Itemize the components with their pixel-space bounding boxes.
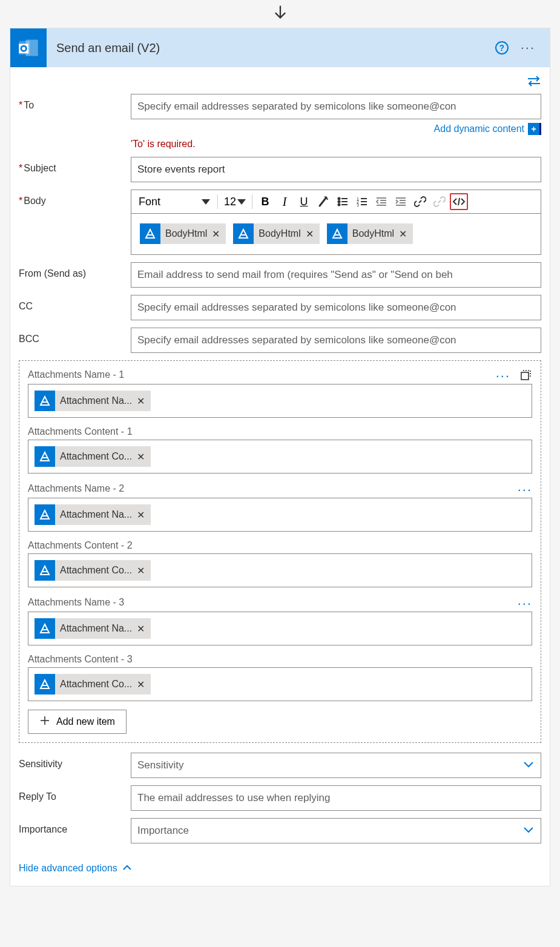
remove-token-icon[interactable]: ✕ xyxy=(137,565,151,576)
chevron-down-icon xyxy=(522,825,535,837)
flow-token-icon xyxy=(233,223,254,244)
add-dynamic-content-link[interactable]: Add dynamic content xyxy=(434,124,524,134)
card-menu-button[interactable]: ··· xyxy=(521,40,535,56)
sensitivity-select[interactable]: Sensitivity xyxy=(131,753,541,778)
underline-button[interactable]: U xyxy=(295,193,313,210)
svg-point-12 xyxy=(338,204,340,206)
subject-input[interactable] xyxy=(131,157,541,182)
attachment-content-1-input[interactable]: Attachment Co... ✕ xyxy=(28,440,532,474)
attachments-section: Attachments Name - 1 ··· Attachment Na..… xyxy=(19,360,541,743)
body-label: Body xyxy=(19,190,131,206)
numbered-list-button[interactable]: 123 xyxy=(353,193,371,210)
action-card: Send an email (V2) ? ··· To Add dynamic … xyxy=(10,28,550,886)
remove-token-icon[interactable]: ✕ xyxy=(212,228,226,240)
attachment-name-2-input[interactable]: Attachment Na... ✕ xyxy=(28,498,532,532)
attachment-token: Attachment Na... ✕ xyxy=(35,504,151,525)
chevron-down-icon xyxy=(522,759,535,771)
attachment-item-menu[interactable]: ··· xyxy=(518,482,532,498)
reply-to-input[interactable] xyxy=(131,785,541,811)
swap-icon[interactable] xyxy=(527,76,541,89)
from-input[interactable] xyxy=(131,262,541,288)
dynamic-content-badge-icon[interactable]: + xyxy=(528,123,541,135)
attachment-content-2-label: Attachments Content - 2 xyxy=(28,540,532,553)
add-new-item-button[interactable]: Add new item xyxy=(28,710,127,734)
svg-text:3: 3 xyxy=(357,203,359,207)
svg-point-5 xyxy=(22,47,25,50)
bcc-label: BCC xyxy=(19,328,131,345)
attachment-token: Attachment Co... ✕ xyxy=(35,674,151,695)
flow-token-icon xyxy=(35,391,55,411)
flow-token-icon xyxy=(35,560,55,581)
svg-point-10 xyxy=(338,201,340,203)
remove-token-icon[interactable]: ✕ xyxy=(137,451,151,463)
rich-text-toolbar: Font 12 B I U 123 xyxy=(131,190,541,214)
flow-arrow xyxy=(0,0,560,23)
svg-point-8 xyxy=(338,198,340,200)
font-select[interactable]: Font xyxy=(135,193,214,210)
attachment-name-3-input[interactable]: Attachment Na... ✕ xyxy=(28,612,532,645)
to-label: To xyxy=(19,94,131,111)
flow-token-icon xyxy=(35,446,55,467)
font-color-button[interactable] xyxy=(314,193,332,210)
attachment-token: Attachment Co... ✕ xyxy=(35,446,151,467)
code-view-button[interactable] xyxy=(450,193,468,210)
font-size-select[interactable]: 12 xyxy=(222,196,248,208)
remove-token-icon[interactable]: ✕ xyxy=(137,509,151,521)
attachment-content-2-input[interactable]: Attachment Co... ✕ xyxy=(28,553,532,587)
remove-token-icon[interactable]: ✕ xyxy=(399,228,413,240)
remove-token-icon[interactable]: ✕ xyxy=(137,623,151,635)
remove-token-icon[interactable]: ✕ xyxy=(137,679,151,690)
body-token: BodyHtml ✕ xyxy=(140,223,226,244)
importance-select[interactable]: Importance xyxy=(131,818,541,843)
to-error: 'To' is required. xyxy=(131,135,541,150)
cc-input[interactable] xyxy=(131,295,541,320)
to-input[interactable] xyxy=(131,94,541,119)
unlink-button[interactable] xyxy=(430,193,449,210)
outlook-icon xyxy=(10,28,47,67)
array-mode-icon[interactable] xyxy=(520,369,532,383)
outdent-button[interactable] xyxy=(372,193,390,210)
bcc-input[interactable] xyxy=(131,328,541,353)
attachment-name-1-input[interactable]: Attachment Na... ✕ xyxy=(28,384,532,418)
remove-token-icon[interactable]: ✕ xyxy=(137,395,151,407)
hide-advanced-options-link[interactable]: Hide advanced options xyxy=(19,863,132,874)
svg-rect-29 xyxy=(521,372,529,380)
body-token: BodyHtml ✕ xyxy=(233,223,319,244)
reply-to-label: Reply To xyxy=(19,785,131,802)
attachment-name-1-label: Attachments Name - 1 xyxy=(28,369,124,383)
chevron-up-icon xyxy=(122,863,132,874)
attachment-content-3-label: Attachments Content - 3 xyxy=(28,654,532,667)
svg-line-28 xyxy=(458,198,460,205)
attachment-token: Attachment Na... ✕ xyxy=(35,618,151,639)
indent-button[interactable] xyxy=(392,193,410,210)
importance-label: Importance xyxy=(19,818,131,835)
flow-token-icon xyxy=(35,674,55,695)
cc-label: CC xyxy=(19,295,131,312)
subject-label: Subject xyxy=(19,157,131,174)
attachment-name-3-label: Attachments Name - 3 xyxy=(28,597,124,610)
attachment-token: Attachment Co... ✕ xyxy=(35,560,151,581)
from-label: From (Send as) xyxy=(19,262,131,279)
attachment-content-1-label: Attachments Content - 1 xyxy=(28,426,532,440)
sensitivity-label: Sensitivity xyxy=(19,753,131,770)
help-icon[interactable]: ? xyxy=(495,41,509,54)
bullet-list-button[interactable] xyxy=(334,193,352,210)
link-button[interactable] xyxy=(411,193,429,210)
flow-token-icon xyxy=(140,223,160,244)
bold-button[interactable]: B xyxy=(256,193,274,210)
plus-icon xyxy=(39,715,50,728)
attachment-name-2-label: Attachments Name - 2 xyxy=(28,483,124,497)
flow-token-icon xyxy=(35,618,55,639)
attachment-item-menu[interactable]: ··· xyxy=(496,368,510,384)
flow-token-icon xyxy=(327,223,348,244)
remove-token-icon[interactable]: ✕ xyxy=(306,228,320,240)
italic-button[interactable]: I xyxy=(275,193,294,210)
card-title: Send an email (V2) xyxy=(47,41,495,55)
body-editor[interactable]: BodyHtml ✕ BodyHtml ✕ BodyHtml ✕ xyxy=(131,214,541,255)
attachment-content-3-input[interactable]: Attachment Co... ✕ xyxy=(28,667,532,701)
card-header[interactable]: Send an email (V2) ? ··· xyxy=(10,28,550,67)
flow-token-icon xyxy=(35,504,55,525)
attachment-item-menu[interactable]: ··· xyxy=(518,596,532,612)
body-token: BodyHtml ✕ xyxy=(327,223,413,244)
attachment-token: Attachment Na... ✕ xyxy=(35,391,151,411)
